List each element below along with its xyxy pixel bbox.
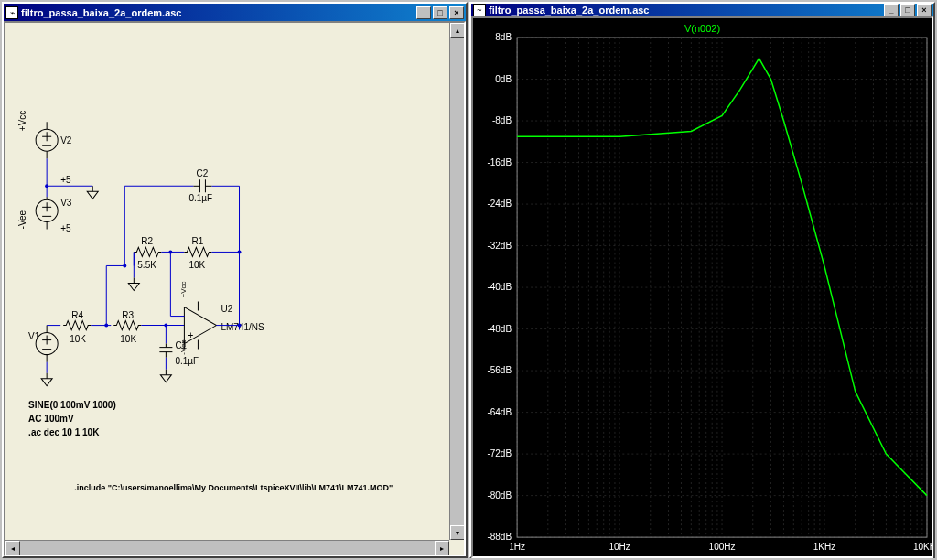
label-V3: V3 xyxy=(60,198,72,208)
svg-text:-80dB: -80dB xyxy=(487,490,512,501)
svg-text:10KHz: 10KHz xyxy=(913,542,932,552)
label-V2: V2 xyxy=(60,135,72,145)
schematic-titlebar[interactable]: ⌁ filtro_passa_baixa_2a_ordem.asc _ □ × xyxy=(4,4,466,21)
label-C2: C2 xyxy=(196,168,208,178)
svg-marker-4 xyxy=(87,191,98,199)
label-R3-val: 10K xyxy=(120,334,136,344)
label-vcc: +Vcc xyxy=(17,111,27,132)
label-U2-minus: -Vee xyxy=(179,339,188,355)
svg-point-46 xyxy=(123,264,126,267)
label-R3: R3 xyxy=(122,310,134,320)
svg-text:-: - xyxy=(188,312,190,322)
label-R2: R2 xyxy=(141,236,153,246)
svg-text:1KHz: 1KHz xyxy=(813,542,835,552)
label-R1: R1 xyxy=(191,236,203,246)
label-vee: -Vee xyxy=(17,210,27,229)
label-C1-val: 0.1µF xyxy=(175,356,199,366)
svg-text:-88dB: -88dB xyxy=(487,532,512,542)
label-R2-val: 5.5K xyxy=(137,260,156,270)
svg-marker-34 xyxy=(128,283,139,290)
svg-text:8dB: 8dB xyxy=(495,32,512,42)
minimize-button[interactable]: _ xyxy=(416,6,431,19)
maximize-button[interactable]: □ xyxy=(433,6,447,19)
svg-text:100Hz: 100Hz xyxy=(709,542,736,552)
svg-point-64 xyxy=(238,324,242,328)
svg-marker-67 xyxy=(41,379,52,386)
svg-text:-40dB: -40dB xyxy=(487,282,512,292)
directive-cmd: .ac dec 10 1 10K xyxy=(28,427,100,437)
svg-text:10Hz: 10Hz xyxy=(609,542,630,552)
plot-canvas[interactable]: V(n002) 8dB0dB-8dB-16dB-24dB-32dB-40dB-4… xyxy=(471,16,933,558)
scroll-up-icon[interactable]: ▴ xyxy=(450,23,465,38)
label-R1-val: 10K xyxy=(188,260,205,270)
svg-text:-56dB: -56dB xyxy=(487,365,512,375)
plot-close-button[interactable]: × xyxy=(917,4,932,16)
svg-point-30 xyxy=(238,250,242,253)
schematic-canvas[interactable]: V2 +Vcc +5 V3 +5 -Vee xyxy=(4,21,466,556)
close-button[interactable]: × xyxy=(449,6,464,19)
svg-text:0dB: 0dB xyxy=(495,74,512,84)
svg-text:-24dB: -24dB xyxy=(487,199,512,209)
svg-text:-48dB: -48dB xyxy=(487,324,512,334)
label-v3-topval: +5 xyxy=(60,175,71,185)
label-U2: U2 xyxy=(221,304,232,314)
directive-sine: SINE(0 100mV 1000) xyxy=(28,400,116,410)
app-icon: ⌁ xyxy=(5,6,18,19)
plot-minimize-button[interactable]: _ xyxy=(884,4,899,16)
svg-text:-64dB: -64dB xyxy=(487,407,512,417)
directive-include: .include "C:\users\manoellima\My Documen… xyxy=(74,483,393,492)
svg-text:-72dB: -72dB xyxy=(487,448,512,458)
svg-text:+: + xyxy=(188,330,193,340)
label-U2-plus: +Vcc xyxy=(179,282,188,298)
schematic-window: ⌁ filtro_passa_baixa_2a_ordem.asc _ □ × … xyxy=(2,2,468,558)
label-C2-val: 0.1µF xyxy=(188,193,212,203)
plot-window: ~ filtro_passa_baixa_2a_ordem.asc _ □ × … xyxy=(469,2,935,558)
schematic-title: filtro_passa_baixa_2a_ordem.asc xyxy=(21,7,415,18)
plot-maximize-button[interactable]: □ xyxy=(900,4,915,16)
trace-label: V(n002) xyxy=(684,23,720,34)
plot-title: filtro_passa_baixa_2a_ordem.asc xyxy=(489,5,882,16)
label-U2-model: LM741/NS xyxy=(221,322,264,332)
label-R4-val: 10K xyxy=(70,334,86,344)
label-V1: V1 xyxy=(28,331,40,341)
label-V3-val: +5 xyxy=(60,223,71,233)
plot-app-icon: ~ xyxy=(473,4,486,16)
plot-titlebar[interactable]: ~ filtro_passa_baixa_2a_ordem.asc _ □ × xyxy=(471,4,933,16)
scroll-down-icon[interactable]: ▾ xyxy=(450,525,465,540)
svg-text:-32dB: -32dB xyxy=(487,241,512,251)
label-R4: R4 xyxy=(71,310,83,320)
schematic-hscroll[interactable]: ◂ ▸ xyxy=(5,540,449,555)
svg-text:1Hz: 1Hz xyxy=(509,542,525,552)
svg-text:-8dB: -8dB xyxy=(492,115,512,125)
svg-marker-56 xyxy=(160,375,171,382)
directive-ac: AC 100mV xyxy=(28,414,74,424)
schematic-vscroll[interactable]: ▴ ▾ xyxy=(449,23,464,540)
scroll-right-icon[interactable]: ▸ xyxy=(435,541,449,555)
svg-text:-16dB: -16dB xyxy=(487,157,512,167)
scroll-left-icon[interactable]: ◂ xyxy=(5,541,20,555)
